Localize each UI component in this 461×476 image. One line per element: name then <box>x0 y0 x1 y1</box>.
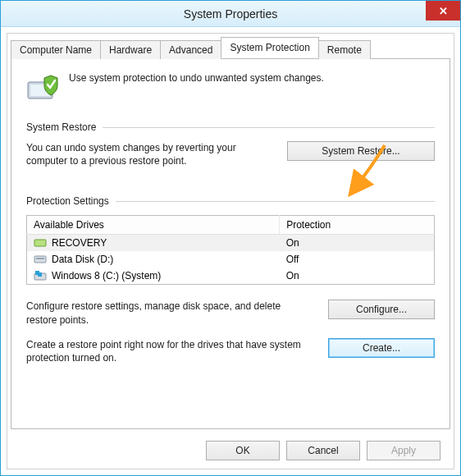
drive-name: Data Disk (D:) <box>52 254 113 265</box>
system-properties-window: System Properties ✕ Computer Name Hardwa… <box>0 0 461 476</box>
table-row[interactable]: Windows 8 (C:) (System) On <box>27 268 435 285</box>
drive-status: On <box>280 268 435 285</box>
system-protection-shield-icon <box>26 71 59 103</box>
create-row: Create a restore point right now for the… <box>26 338 435 364</box>
tab-strip: Computer Name Hardware Advanced System P… <box>7 34 454 58</box>
dialog-footer: OK Cancel Apply <box>7 433 454 469</box>
svg-rect-4 <box>36 258 44 259</box>
drive-status: On <box>280 235 435 252</box>
close-button[interactable]: ✕ <box>426 1 460 21</box>
tab-computer-name[interactable]: Computer Name <box>11 40 101 59</box>
system-restore-text: You can undo system changes by reverting… <box>26 141 271 167</box>
table-row[interactable]: RECOVERY On <box>27 235 435 252</box>
tab-remote[interactable]: Remote <box>318 40 371 59</box>
intro-row: Use system protection to undo unwanted s… <box>26 71 435 103</box>
drive-name: RECOVERY <box>52 237 107 249</box>
system-restore-button[interactable]: System Restore... <box>287 141 435 161</box>
svg-rect-2 <box>34 240 46 246</box>
group-label: System Restore <box>26 121 103 133</box>
drive-icon <box>34 254 47 265</box>
group-rule <box>103 127 435 128</box>
tab-hardware[interactable]: Hardware <box>100 40 161 59</box>
configure-text: Configure restore settings, manage disk … <box>26 300 312 326</box>
drive-name: Windows 8 (C:) (System) <box>52 270 161 281</box>
tab-pane-system-protection: Use system protection to undo unwanted s… <box>11 58 450 429</box>
dialog-body: Computer Name Hardware Advanced System P… <box>7 33 454 469</box>
cancel-button[interactable]: Cancel <box>286 441 360 460</box>
drive-icon <box>34 237 47 249</box>
col-protection[interactable]: Protection <box>280 216 435 235</box>
ok-button[interactable]: OK <box>206 441 280 460</box>
table-header-row: Available Drives Protection <box>27 216 435 235</box>
intro-text: Use system protection to undo unwanted s… <box>69 71 324 84</box>
system-restore-row: You can undo system changes by reverting… <box>26 141 435 167</box>
svg-rect-7 <box>38 272 42 277</box>
tab-advanced[interactable]: Advanced <box>160 40 221 59</box>
group-rule <box>116 201 435 202</box>
group-label: Protection Settings <box>26 195 116 207</box>
configure-button[interactable]: Configure... <box>328 300 435 319</box>
titlebar: System Properties ✕ <box>1 1 460 27</box>
drive-status: Off <box>280 251 435 268</box>
apply-button[interactable]: Apply <box>367 441 440 460</box>
tab-system-protection[interactable]: System Protection <box>221 37 318 58</box>
group-header-protection-settings: Protection Settings <box>26 195 435 207</box>
close-icon: ✕ <box>439 5 448 17</box>
create-text: Create a restore point right now for the… <box>26 338 312 364</box>
table-row[interactable]: Data Disk (D:) Off <box>27 251 435 268</box>
col-available-drives[interactable]: Available Drives <box>27 216 280 235</box>
group-header-system-restore: System Restore <box>26 121 435 133</box>
configure-row: Configure restore settings, manage disk … <box>26 300 435 326</box>
window-title: System Properties <box>184 7 277 21</box>
create-button[interactable]: Create... <box>328 338 435 358</box>
drives-table: Available Drives Protection RECOVERY <box>26 215 435 285</box>
drive-icon <box>34 270 47 281</box>
